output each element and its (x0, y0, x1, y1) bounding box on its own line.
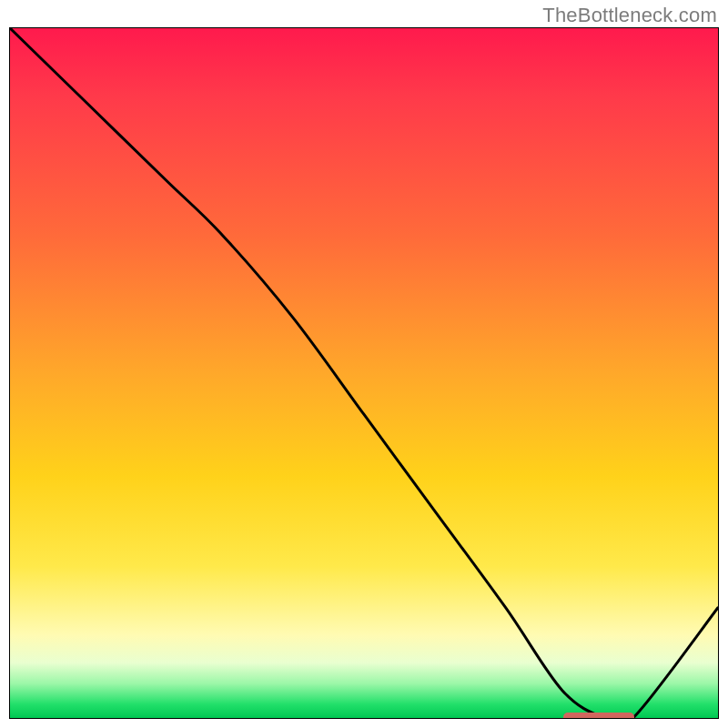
bottleneck-curve-svg (10, 28, 718, 718)
watermark-text: TheBottleneck.com (542, 4, 717, 27)
chart-frame (9, 27, 719, 719)
bottleneck-curve-path (10, 28, 718, 718)
optimal-range-marker (563, 713, 634, 719)
